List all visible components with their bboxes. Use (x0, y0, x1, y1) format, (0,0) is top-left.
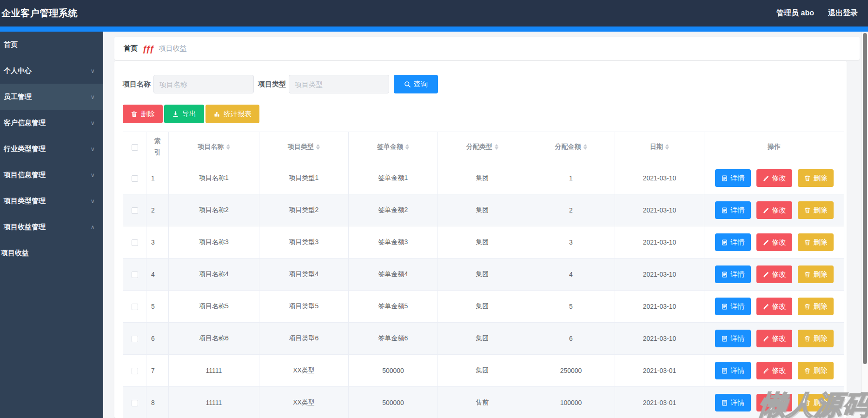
detail-button[interactable]: 详情 (715, 362, 751, 379)
edit-button[interactable]: 修改 (756, 265, 792, 283)
trash-icon (804, 367, 811, 374)
delete-button[interactable]: 删除 (798, 169, 834, 187)
edit-button[interactable]: 修改 (756, 233, 792, 251)
row-checkbox[interactable] (132, 239, 138, 246)
sort-icon[interactable] (665, 144, 669, 150)
action-toolbar: 删除导出统计报表 (123, 105, 847, 123)
row-checkbox[interactable] (132, 304, 138, 310)
column-header-sign-amount[interactable]: 签单金额 (349, 132, 438, 162)
edit-button[interactable]: 修改 (756, 169, 792, 187)
delete-button[interactable]: 删除 (798, 233, 834, 251)
detail-button[interactable]: 详情 (715, 298, 751, 315)
edit-icon (762, 271, 769, 278)
sidebar-item-customer-info-mgmt[interactable]: 客户信息管理∨ (0, 110, 103, 136)
row-checkbox[interactable] (132, 207, 138, 214)
row-checkbox-cell (123, 387, 146, 418)
sort-asc-icon (316, 144, 320, 146)
select-all-checkbox[interactable] (132, 144, 138, 151)
delete-button[interactable]: 删除 (798, 362, 834, 379)
detail-button[interactable]: 详情 (715, 201, 751, 219)
trash-icon (804, 175, 811, 182)
delete-button[interactable]: 删除 (123, 105, 163, 123)
row-actions-cell: 详情修改删除 (704, 162, 844, 194)
row-checkbox[interactable] (132, 272, 138, 278)
row-checkbox[interactable] (132, 368, 138, 374)
detail-button[interactable]: 详情 (715, 169, 751, 187)
sidebar-item-project-type-mgmt[interactable]: 项目类型管理∨ (0, 188, 103, 214)
chevron-down-icon: ∨ (90, 146, 95, 153)
delete-button[interactable]: 删除 (798, 201, 834, 219)
sidebar-item-employee-mgmt[interactable]: 员工管理∨ (0, 84, 103, 110)
edit-button[interactable]: 修改 (756, 330, 792, 347)
edit-button[interactable]: 修改 (756, 394, 792, 411)
detail-button[interactable]: 详情 (715, 330, 751, 347)
detail-button-label: 详情 (731, 302, 745, 311)
trash-icon (131, 111, 138, 118)
cell-alloc-amount: 2 (527, 194, 615, 226)
detail-button[interactable]: 详情 (715, 394, 751, 411)
delete-button[interactable]: 删除 (798, 265, 834, 283)
cell-date: 2021-03-01 (615, 355, 704, 387)
sort-icon[interactable] (405, 144, 409, 150)
cell-sign-amount: 签单金额6 (349, 323, 438, 355)
cell-date: 2021-03-10 (615, 226, 704, 259)
project-type-input[interactable] (289, 75, 389, 93)
row-actions-cell: 详情修改删除 (704, 194, 844, 226)
column-header-project-name[interactable]: 项目名称 (169, 132, 259, 162)
row-checkbox[interactable] (132, 175, 138, 182)
export-button[interactable]: 导出 (164, 105, 204, 123)
cell-index: 1 (146, 162, 169, 194)
sidebar-item-project-info-mgmt[interactable]: 项目信息管理∨ (0, 162, 103, 188)
column-header-alloc-amount[interactable]: 分配金额 (527, 132, 615, 162)
sort-icon[interactable] (316, 144, 320, 150)
detail-button-label: 详情 (731, 366, 745, 375)
cell-project-name: 11111 (169, 355, 259, 387)
cell-project-type: XX类型 (259, 387, 349, 418)
row-checkbox[interactable] (132, 336, 138, 342)
column-header-date[interactable]: 日期 (615, 132, 704, 162)
sidebar-item-project-income[interactable]: 项目收益 (0, 240, 103, 266)
delete-button-label: 删除 (814, 302, 828, 311)
column-header-label: 项目类型 (288, 143, 314, 150)
sort-desc-icon (226, 147, 230, 150)
edit-button[interactable]: 修改 (756, 298, 792, 315)
cell-date: 2021-03-10 (615, 162, 704, 194)
sort-desc-icon (665, 147, 669, 150)
edit-icon (762, 367, 769, 374)
search-button[interactable]: 查询 (394, 75, 438, 93)
logout-link[interactable]: 退出登录 (828, 8, 858, 18)
edit-button[interactable]: 修改 (756, 362, 792, 379)
search-button-label: 查询 (414, 80, 428, 89)
sort-icon[interactable] (495, 144, 498, 150)
delete-button[interactable]: 删除 (798, 330, 834, 347)
sidebar-item-industry-type-mgmt[interactable]: 行业类型管理∨ (0, 136, 103, 162)
column-header-project-type[interactable]: 项目类型 (259, 132, 349, 162)
project-name-input[interactable] (153, 75, 254, 93)
report-button[interactable]: 统计报表 (205, 105, 259, 123)
vertical-scrollbar-thumb[interactable] (863, 33, 867, 364)
delete-button-label: 删除 (814, 366, 828, 375)
cell-alloc-type: 售前 (438, 387, 527, 418)
detail-button[interactable]: 详情 (715, 265, 751, 283)
sort-icon[interactable] (583, 144, 587, 150)
sidebar-item-label: 客户信息管理 (4, 119, 46, 127)
cell-index: 4 (146, 259, 169, 291)
sidebar-item-profile-center[interactable]: 个人中心∨ (0, 58, 103, 84)
delete-button[interactable]: 删除 (798, 394, 834, 411)
edit-button-label: 修改 (772, 334, 786, 343)
sidebar-item-home[interactable]: 首页 (0, 32, 103, 58)
sidebar-item-project-income-mgmt[interactable]: 项目收益管理∧ (0, 214, 103, 240)
sidebar-item-label: 首页 (4, 40, 18, 49)
cell-index: 2 (146, 194, 169, 226)
current-user[interactable]: 管理员 abo (776, 8, 814, 18)
vertical-scrollbar-track[interactable] (861, 32, 868, 418)
sort-icon[interactable] (226, 144, 230, 150)
edit-button[interactable]: 修改 (756, 201, 792, 219)
row-checkbox-cell (123, 355, 146, 387)
column-header-alloc-type[interactable]: 分配类型 (438, 132, 527, 162)
breadcrumb-home-link[interactable]: 首页 (124, 44, 138, 53)
detail-button[interactable]: 详情 (715, 233, 751, 251)
row-checkbox[interactable] (132, 400, 138, 406)
delete-button[interactable]: 删除 (798, 298, 834, 315)
sort-asc-icon (405, 144, 409, 146)
